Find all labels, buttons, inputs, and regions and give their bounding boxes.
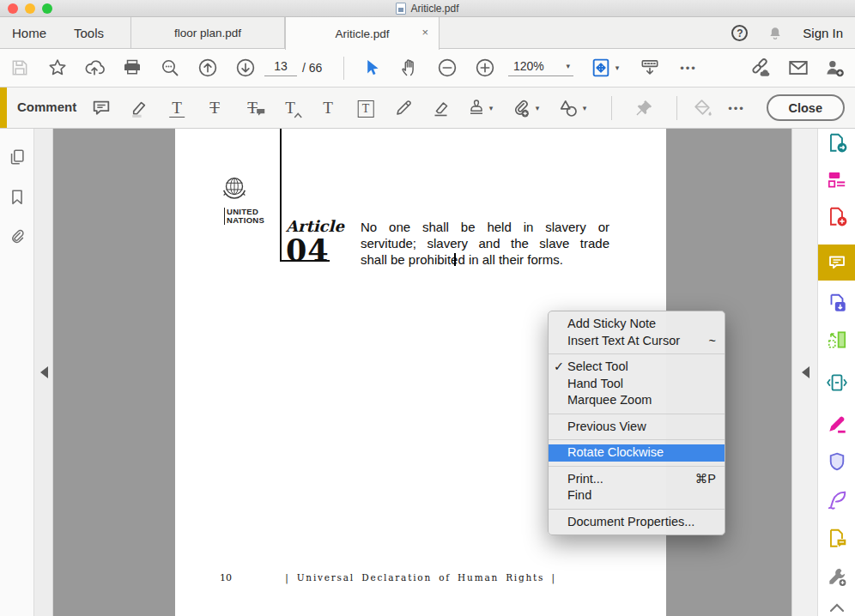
previous-page-icon[interactable]	[197, 57, 219, 79]
collapse-left-panel-icon[interactable]	[40, 366, 48, 378]
nav-home[interactable]: Home	[12, 17, 46, 49]
tab-floor-plan[interactable]: floor plan.pdf	[130, 17, 285, 49]
chevron-up-icon[interactable]	[828, 602, 846, 613]
menu-item-marquee-zoom[interactable]: Marquee Zoom	[549, 392, 725, 409]
print-icon[interactable]	[122, 57, 142, 78]
article-body-text[interactable]: No one shall be held in slavery or servi…	[361, 219, 609, 268]
menu-item-select-tool[interactable]: ✓ Select Tool	[549, 359, 725, 376]
page-thumbnails-icon[interactable]	[8, 148, 27, 166]
menu-item-print[interactable]: Print... ⌘P	[549, 471, 725, 488]
chevron-down-icon: ▾	[566, 62, 570, 70]
close-tab-icon[interactable]: ×	[421, 26, 428, 39]
toolbar-panel-icon[interactable]	[639, 57, 661, 79]
comment-tool-icon	[827, 252, 847, 273]
comment-more-ellipsis-icon[interactable]: •••	[728, 101, 745, 114]
menu-item-hand-tool[interactable]: Hand Tool	[549, 376, 725, 393]
left-panel-strip	[34, 129, 53, 616]
protect-shield-icon[interactable]	[826, 451, 847, 473]
menu-item-rotate-clockwise[interactable]: Rotate Clockwise	[549, 444, 725, 462]
organize-pages-icon[interactable]	[826, 329, 848, 351]
page-number-input[interactable]: 13	[264, 59, 297, 76]
menu-item-document-properties[interactable]: Document Properties...	[549, 514, 725, 531]
zoom-out-icon[interactable]	[437, 57, 458, 79]
email-icon[interactable]	[787, 57, 810, 79]
help-icon[interactable]: ?	[731, 25, 748, 41]
next-page-icon[interactable]	[235, 57, 257, 79]
right-tools-rail	[817, 129, 855, 616]
text-cursor	[454, 253, 456, 266]
combine-files-icon[interactable]	[826, 292, 848, 314]
main-area: UNITED NATIONS Article 04 No one shall b…	[0, 129, 855, 616]
main-toolbar: 13 / 66 120% ▾ ▾ •••	[0, 49, 855, 88]
hand-tool-icon[interactable]	[399, 57, 420, 78]
right-panel-strip	[791, 129, 817, 616]
add-text-icon[interactable]: T	[323, 100, 333, 117]
add-account-icon[interactable]	[823, 57, 846, 79]
comment-accent-bar	[0, 88, 7, 128]
pdf-document-icon	[396, 3, 406, 15]
export-pdf-icon[interactable]	[826, 131, 848, 154]
shapes-chevron-icon[interactable]: ▾	[583, 104, 587, 112]
fill-sign-icon[interactable]	[826, 413, 848, 435]
sign-in-button[interactable]: Sign In	[803, 26, 843, 40]
underline-text-icon[interactable]: T	[169, 100, 185, 117]
replace-text-icon[interactable]: T	[247, 100, 258, 117]
more-tools-wrench-icon[interactable]	[826, 565, 848, 588]
edit-pdf-icon[interactable]	[826, 168, 848, 190]
fit-page-chevron-icon[interactable]: ▾	[615, 63, 620, 72]
close-comment-button[interactable]: Close	[767, 94, 846, 121]
notifications-bell-icon[interactable]	[767, 25, 784, 42]
tab-ariticle[interactable]: Ariticle.pdf ×	[285, 17, 440, 50]
create-pdf-icon[interactable]	[826, 205, 848, 227]
text-box-icon[interactable]: T	[358, 100, 374, 116]
insert-text-icon[interactable]: T	[285, 100, 295, 117]
left-navigation-rail	[0, 129, 34, 616]
comment-tool-tile-active[interactable]	[818, 245, 855, 281]
page-footer-title: | Universal Declaration of Human Rights …	[175, 572, 666, 583]
shapes-icon[interactable]	[557, 97, 579, 119]
sticky-note-icon[interactable]	[91, 97, 112, 118]
send-for-comments-icon[interactable]	[826, 527, 848, 549]
attach-chevron-icon[interactable]: ▾	[536, 104, 540, 112]
star-favorite-icon[interactable]	[47, 57, 68, 78]
zoom-level-select[interactable]: 120% ▾	[508, 59, 573, 76]
fit-page-icon[interactable]	[591, 57, 612, 79]
more-tools-ellipsis-icon[interactable]: •••	[680, 62, 697, 75]
draw-pencil-icon[interactable]	[393, 98, 414, 118]
strikethrough-text-icon[interactable]: T	[207, 100, 222, 117]
united-nations-emblem	[218, 172, 251, 205]
menu-item-insert-text-at-cursor[interactable]: Insert Text At Cursor ~	[549, 333, 725, 350]
stamp-chevron-icon[interactable]: ▾	[489, 104, 494, 112]
comment-toolbar: Comment T T T T T T	[0, 88, 855, 129]
pin-icon[interactable]	[634, 98, 654, 118]
collapse-right-panel-icon[interactable]	[802, 366, 810, 378]
certificates-quill-icon[interactable]	[826, 489, 848, 511]
page-total-label: / 66	[302, 61, 322, 75]
menu-item-find[interactable]: Find	[549, 487, 725, 504]
comment-toolbar-title: Comment	[17, 100, 76, 114]
fill-color-bucket-icon[interactable]	[692, 97, 713, 118]
article-number: 04	[286, 233, 330, 268]
window-titlebar: Ariticle.pdf	[0, 0, 855, 17]
window-title: Ariticle.pdf	[0, 0, 855, 17]
highlight-text-icon[interactable]	[129, 97, 150, 118]
eraser-icon[interactable]	[431, 98, 452, 118]
search-icon[interactable]	[160, 57, 180, 78]
zoom-in-icon[interactable]	[475, 57, 496, 79]
context-menu: Add Sticky Note Insert Text At Cursor ~ …	[548, 311, 725, 535]
bookmarks-icon[interactable]	[8, 188, 27, 207]
united-nations-label: UNITED NATIONS	[224, 208, 264, 225]
article-rule-vertical	[280, 129, 282, 262]
attachments-paperclip-icon[interactable]	[8, 227, 27, 246]
share-link-icon[interactable]	[749, 57, 771, 79]
save-icon[interactable]	[10, 58, 30, 78]
stamp-icon[interactable]	[466, 98, 487, 118]
attach-file-icon[interactable]	[511, 97, 532, 118]
select-tool-pointer-icon[interactable]	[362, 58, 382, 78]
tab-bar: Home Tools floor plan.pdf Ariticle.pdf ×…	[0, 17, 855, 49]
menu-item-previous-view[interactable]: Previous View	[549, 419, 725, 436]
compress-pdf-icon[interactable]	[826, 371, 848, 394]
menu-item-add-sticky-note[interactable]: Add Sticky Note	[549, 316, 725, 333]
share-cloud-upload-icon[interactable]	[84, 57, 106, 79]
nav-tools[interactable]: Tools	[74, 17, 104, 49]
